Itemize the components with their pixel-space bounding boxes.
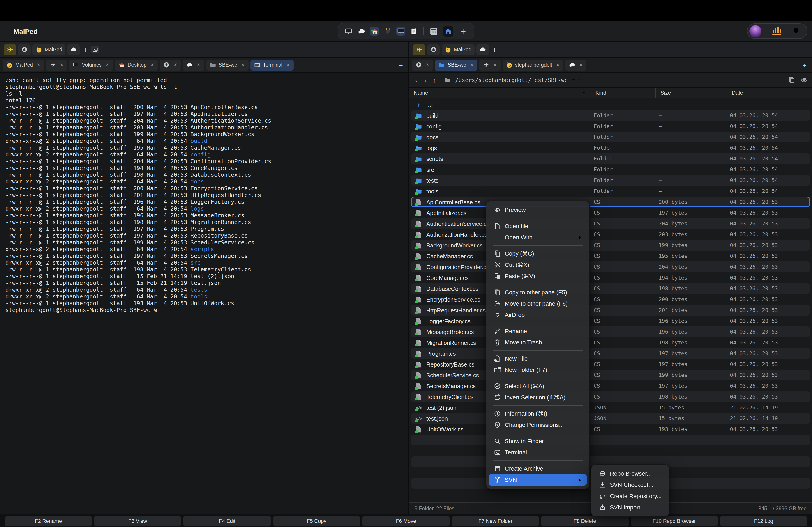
fkey-f6-move[interactable]: F6 Move: [362, 516, 450, 526]
menu-item-open-with[interactable]: Open With...: [489, 232, 587, 243]
path-dropdown-icon[interactable]: [571, 77, 581, 82]
file-row-configurationprovider-cs[interactable]: ConfigurationProvider.csCS204 bytes04.03…: [411, 261, 810, 272]
file-row-test-json[interactable]: </>test.jsonJSON15 bytes21.02.26, 14:19: [411, 413, 810, 424]
tab-volumes[interactable]: Volumes✕: [69, 59, 113, 71]
fkey-f3-view[interactable]: F3 View: [94, 516, 182, 526]
file-row-program-cs[interactable]: Program.csCS197 bytes04.03.26, 20:53: [411, 348, 810, 359]
file-row-secretsmanager-cs[interactable]: SecretsManager.csCS197 bytes04.03.26, 20…: [411, 380, 810, 391]
file-row-httprequesthandler-cs[interactable]: HttpRequestHandler.csCS201 bytes04.03.26…: [411, 305, 810, 316]
column-date[interactable]: Date: [727, 88, 812, 98]
menu-item-copy-c[interactable]: Copy (⌘C): [489, 248, 587, 259]
add-favorite-button[interactable]: +: [491, 46, 498, 54]
close-icon[interactable]: ✕: [579, 62, 583, 68]
fkey-f10-repo-browser[interactable]: F10 Repo Browser: [630, 516, 718, 526]
column-kind[interactable]: Kind: [591, 88, 655, 98]
menu-item-cut-x[interactable]: Cut (⌘X): [489, 259, 587, 270]
menu-item-open-file[interactable]: Open file: [489, 221, 587, 232]
menu-item-paste-v[interactable]: Paste (⌘V): [489, 270, 587, 282]
menu-item-move-to-other-pane-f6[interactable]: Move to other pane (F6): [489, 298, 587, 309]
back-icon[interactable]: ‹: [414, 76, 419, 84]
file-row-loggerfactory-cs[interactable]: LoggerFactory.csCS196 bytes04.03.26, 20:…: [411, 316, 810, 326]
file-row-authorizationhandler-cs[interactable]: AuthorizationHandler.csCS203 bytes04.03.…: [411, 229, 810, 240]
file-row-cachemanager-cs[interactable]: CacheManager.csCS195 bytes04.03.26, 20:5…: [411, 251, 810, 261]
toolbar-house-icon[interactable]: [370, 27, 379, 35]
file-row-backgroundworker-cs[interactable]: BackgroundWorker.csCS199 bytes04.03.26, …: [411, 240, 810, 251]
toolbar-plus-icon[interactable]: [458, 27, 468, 35]
favorite-download[interactable]: [18, 44, 31, 55]
menu-item-repo-browser[interactable]: Repo Browser...: [594, 468, 667, 479]
toolbar-cloud-icon[interactable]: [357, 27, 366, 35]
file-row-[interactable]: ↑[..]–: [411, 99, 810, 110]
file-row-test-2-json[interactable]: </>test (2).jsonJSON15 bytes21.02.26, 14…: [411, 402, 810, 413]
menu-item-svn-checkout[interactable]: SVN Checkout...: [594, 479, 667, 491]
toolbar-monitor-icon[interactable]: [344, 27, 353, 35]
close-icon[interactable]: ✕: [37, 62, 41, 68]
up-icon[interactable]: ↑: [432, 76, 437, 84]
tab-sbe-wc[interactable]: SBE-wc✕: [206, 59, 248, 71]
menu-item-svn[interactable]: SVN: [489, 474, 587, 485]
file-row-messagebroker-cs[interactable]: MessageBroker.csCS196 bytes04.03.26, 20:…: [411, 326, 810, 337]
favorite-airplane[interactable]: [4, 44, 16, 55]
column-name[interactable]: Name: [409, 88, 591, 98]
menu-item-airdrop[interactable]: AirDrop: [489, 309, 587, 320]
fkey-f7-new-folder[interactable]: F7 New Folder: [452, 516, 539, 526]
bar-chart-icon[interactable]: [772, 27, 781, 35]
file-row-schedulerservice-cs[interactable]: SchedulerService.csCS199 bytes04.03.26, …: [411, 370, 810, 380]
file-row-apicontrollerbase-cs[interactable]: ApiControllerBase.csCS200 bytes04.03.26,…: [411, 197, 810, 207]
menu-item-invert-selection-a[interactable]: Invert Selection (⇧⌘A): [489, 392, 587, 403]
favorite-maiped[interactable]: MaiPed: [32, 44, 66, 55]
current-path[interactable]: /Users/stephanbergdolt/Test/SBE-wc: [455, 77, 568, 83]
forward-icon[interactable]: ›: [423, 76, 428, 84]
file-row-migrationrunner-cs[interactable]: MigrationRunner.csCS198 bytes04.03.26, 2…: [411, 337, 810, 348]
favorite-cloud[interactable]: [67, 44, 80, 55]
menu-item-information-i[interactable]: Information (⌘I): [489, 408, 587, 419]
file-row-logs[interactable]: logsFolder–04.03.26, 20:54: [411, 142, 810, 153]
fkey-f5-copy[interactable]: F5 Copy: [273, 516, 360, 526]
tab-cloud[interactable]: ✕: [565, 59, 587, 71]
menu-item-rename[interactable]: Rename: [489, 326, 587, 337]
hidden-files-toggle-icon[interactable]: [800, 76, 808, 84]
tab-airplane[interactable]: ✕: [479, 59, 501, 71]
tab-maiped[interactable]: MaiPed✕: [3, 59, 44, 71]
file-row-appinitializer-cs[interactable]: AppInitializer.csCS197 bytes04.03.26, 20…: [411, 207, 810, 218]
terminal-mini-icon[interactable]: [91, 46, 99, 53]
fkey-f12-log[interactable]: F12 Log: [720, 516, 808, 526]
tab-airplane[interactable]: ✕: [46, 59, 67, 71]
file-row-tools[interactable]: toolsFolder–04.03.26, 20:54: [411, 186, 810, 197]
file-row-repositorybase-cs[interactable]: RepositoryBase.csCS197 bytes04.03.26, 20…: [411, 359, 810, 370]
tab-download[interactable]: ✕: [160, 59, 181, 71]
tab-terminal[interactable]: Terminal✕: [250, 59, 294, 71]
menu-item-create-archive[interactable]: Create Archive: [489, 463, 587, 474]
menu-item-select-all-a[interactable]: Select All (⌘A): [489, 380, 587, 392]
menu-item-new-file[interactable]: New File: [489, 353, 587, 364]
favorite-maiped[interactable]: MaiPed: [441, 44, 475, 55]
close-icon[interactable]: ✕: [60, 62, 63, 68]
menu-item-create-repository[interactable]: Create Repository...: [594, 491, 667, 502]
menu-item-new-folder-f7[interactable]: New Folder (F7): [489, 364, 587, 376]
new-tab-button[interactable]: +: [396, 61, 406, 69]
close-icon[interactable]: ✕: [556, 62, 560, 68]
menu-item-terminal[interactable]: Terminal: [489, 447, 587, 458]
fkey-f4-edit[interactable]: F4 Edit: [183, 516, 271, 526]
sort-ascending-icon[interactable]: [581, 90, 586, 96]
file-row-build[interactable]: buildFolder–04.03.26, 20:54: [411, 110, 810, 121]
close-icon[interactable]: ✕: [493, 62, 497, 68]
add-favorite-button[interactable]: +: [82, 46, 89, 54]
tab-stephanbergdolt[interactable]: stephanbergdolt✕: [502, 59, 563, 71]
file-row-telemetryclient-cs[interactable]: TelemetryClient.csCS198 bytes04.03.26, 2…: [411, 391, 810, 402]
toolbar-monitor-icon[interactable]: [396, 27, 405, 35]
file-row-unitofwork-cs[interactable]: UnitOfWork.csCS193 bytes04.03.26, 20:53: [411, 424, 810, 435]
file-row-config[interactable]: configFolder–04.03.26, 20:54: [411, 121, 810, 132]
file-row-databasecontext-cs[interactable]: DatabaseContext.csCS198 bytes04.03.26, 2…: [411, 283, 810, 294]
menu-item-move-to-trash[interactable]: Move to Trash: [489, 337, 587, 348]
menu-item-change-permissions[interactable]: Change Permissions...: [489, 419, 587, 431]
close-icon[interactable]: ✕: [197, 62, 201, 68]
tab-download[interactable]: ✕: [412, 59, 433, 71]
avatar[interactable]: [749, 25, 762, 37]
gear-icon[interactable]: [792, 26, 800, 36]
favorite-airplane[interactable]: [413, 44, 425, 55]
file-row-src[interactable]: srcFolder–04.03.26, 20:54: [411, 164, 810, 175]
toolbar-calculator-icon[interactable]: [429, 26, 439, 36]
toolbar-home-app-icon[interactable]: [443, 26, 453, 36]
favorite-download[interactable]: [427, 44, 440, 55]
